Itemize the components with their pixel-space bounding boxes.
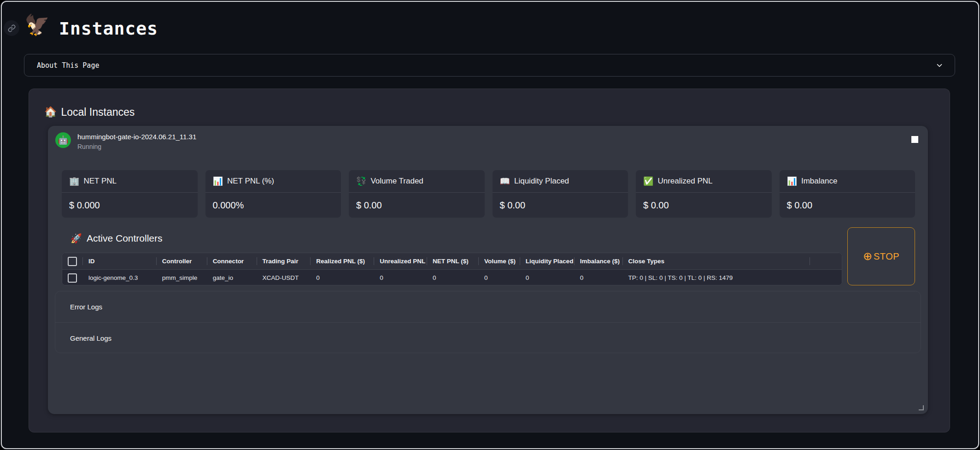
link-icon [8,24,16,32]
row-checkbox-cell [62,270,82,285]
metric-value: $ 0.00 [636,193,772,218]
metric-value: 0.000% [205,193,341,218]
metric-label: Imbalance [801,177,837,186]
logs-panel: Error Logs General Logs [55,291,921,353]
metric-label: NET PNL [83,177,117,186]
table-header-checkbox-cell [62,253,82,269]
metric-value: $ 0.00 [349,193,485,218]
check-mark-icon: ✅ [643,176,653,186]
col-header-unrealized-pnl: Unrealized PNL ($) [374,253,427,269]
about-expander-label: About This Page [37,61,99,70]
metric-card-net-pnl: 🏢 NET PNL $ 0.000 [62,170,198,218]
general-logs-label: General Logs [70,334,111,342]
metric-card-liquidity-placed: 📖 Liquidity Placed $ 0.00 [493,170,628,218]
col-header-connector: Connector [207,253,257,269]
instance-select-checkbox[interactable] [911,136,918,143]
chevron-down-icon [935,61,944,70]
cell-volume: 0 [478,270,520,285]
controllers-title: Active Controllers [87,233,163,244]
metric-card-unrealized-pnl: ✅ Unrealized PNL $ 0.00 [636,170,772,218]
cell-id: logic-genome_0.3 [82,270,156,285]
cell-unrealized-pnl: 0 [374,270,427,285]
metric-label: Volume Traded [370,177,423,186]
section-title: Local Instances [61,106,135,118]
controllers-table: ID Controller Connector Trading Pair Rea… [62,253,842,285]
metric-value: $ 0.00 [493,193,628,218]
instance-status: Running [77,143,101,150]
controllers-header: 🚀 Active Controllers [70,233,163,244]
circled-plus-icon: ⊕ [863,251,872,262]
robot-icon: 🤖 [58,135,68,145]
bar-chart-icon: 📊 [787,176,797,186]
metric-card-net-pnl-pct: 📊 NET PNL (%) 0.000% [205,170,341,218]
instance-card: 🤖 hummingbot-gate-io-2024.06.21_11.31 Ru… [48,126,928,414]
cell-trading-pair: XCAD-USDT [257,270,311,285]
currency-exchange-icon: 💱 [356,176,366,186]
cell-liquidity-placed: 0 [520,270,574,285]
resize-handle[interactable] [919,405,924,410]
stop-button-label: STOP [874,251,899,262]
house-icon: 🏠 [44,106,57,118]
stop-button[interactable]: ⊕ STOP [847,227,915,285]
col-header-volume: Volume ($) [478,253,520,269]
section-header: 🏠 Local Instances [44,106,135,118]
metrics-row: 🏢 NET PNL $ 0.000 📊 NET PNL (%) 0.000% [62,170,915,218]
metric-card-imbalance: 📊 Imbalance $ 0.00 [780,170,915,218]
metric-label: Unrealized PNL [657,177,712,186]
general-logs-expander[interactable]: General Logs [55,322,921,353]
eagle-logo-icon: 🦅 [24,11,50,39]
col-header-trading-pair: Trading Pair [257,253,311,269]
open-book-icon: 📖 [500,176,510,186]
col-header-imbalance: Imbalance ($) [574,253,622,269]
col-header-realized-pnl: Realized PNL ($) [310,253,374,269]
app-window: 🦅 Instances About This Page 🏠 Local Inst… [0,0,980,450]
cell-net-pnl: 0 [427,270,478,285]
col-header-net-pnl: NET PNL ($) [427,253,478,269]
col-header-empty [810,253,842,269]
row-checkbox[interactable] [68,273,77,283]
local-instances-section: 🏠 Local Instances 🤖 hummingbot-gate-io-2… [29,89,950,432]
metric-label: NET PNL (%) [227,177,274,186]
table-row: logic-genome_0.3 pmm_simple gate_io XCAD… [62,270,842,285]
error-logs-expander[interactable]: Error Logs [55,291,921,322]
select-all-checkbox[interactable] [68,257,77,266]
about-this-page-expander[interactable]: About This Page [24,54,955,77]
metric-value: $ 0.00 [780,193,915,218]
office-building-icon: 🏢 [69,176,79,186]
page-title: Instances [59,18,158,39]
col-header-close-types: Close Types [622,253,810,269]
bot-avatar: 🤖 [55,132,71,148]
metric-label: Liquidity Placed [514,177,569,186]
metric-card-volume-traded: 💱 Volume Traded $ 0.00 [349,170,485,218]
metric-value: $ 0.000 [62,193,198,218]
bar-chart-icon: 📊 [213,176,223,186]
instance-name: hummingbot-gate-io-2024.06.21_11.31 [77,133,196,141]
cell-imbalance: 0 [574,270,622,285]
cell-controller: pmm_simple [156,270,207,285]
anchor-link-button[interactable] [4,20,19,36]
col-header-liquidity-placed: Liquidity Placed ($) [520,253,574,269]
cell-empty [810,270,842,285]
cell-close-types: TP: 0 | SL: 0 | TS: 0 | TL: 0 | RS: 1479 [622,270,810,285]
cell-connector: gate_io [207,270,257,285]
table-header-row: ID Controller Connector Trading Pair Rea… [62,253,842,270]
rocket-icon: 🚀 [70,233,82,244]
cell-realized-pnl: 0 [310,270,374,285]
col-header-controller: Controller [156,253,207,269]
error-logs-label: Error Logs [70,303,102,311]
col-header-id: ID [82,253,156,269]
